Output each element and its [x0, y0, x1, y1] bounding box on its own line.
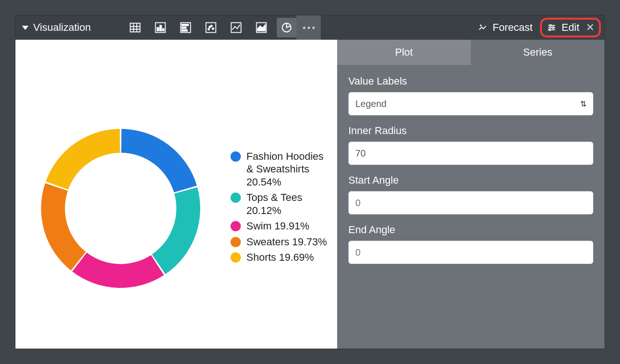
- value-labels-label: Value Labels: [348, 75, 593, 87]
- caret-down-icon: [22, 26, 29, 30]
- svg-rect-8: [163, 29, 164, 31]
- chart-legend: Fashion Hoodies & Sweatshirts 20.54%Tops…: [231, 150, 329, 267]
- svg-rect-0: [130, 23, 140, 32]
- legend-swatch: [231, 237, 241, 247]
- legend-label: Swim 19.91%: [246, 220, 310, 233]
- svg-rect-10: [182, 24, 188, 26]
- donut-chart: [34, 122, 207, 295]
- value-labels-value: Legend: [355, 99, 387, 109]
- visualization-panel: Visualization: [15, 15, 605, 349]
- tab-series[interactable]: Series: [471, 40, 605, 65]
- area-chart-icon: [255, 21, 268, 34]
- legend-item[interactable]: Shorts 19.69%: [231, 251, 329, 264]
- svg-point-16: [212, 28, 214, 29]
- forecast-icon: [477, 22, 488, 33]
- updown-icon: ⇅: [580, 100, 586, 108]
- tab-plot-label: Plot: [395, 46, 413, 58]
- legend-item[interactable]: Swim 19.91%: [231, 220, 329, 233]
- donut-slice[interactable]: [152, 187, 200, 274]
- vis-type-area[interactable]: [252, 18, 271, 37]
- svg-rect-6: [157, 28, 159, 31]
- panel-title-group[interactable]: Visualization: [15, 21, 97, 34]
- forecast-label: Forecast: [492, 21, 533, 34]
- close-icon[interactable]: ✕: [586, 21, 594, 34]
- svg-marker-20: [258, 25, 265, 31]
- panel-title: Visualization: [33, 21, 91, 34]
- donut-slice[interactable]: [121, 128, 197, 192]
- end-angle-label: End Angle: [348, 224, 593, 236]
- legend-label: Tops & Tees 20.12%: [246, 191, 329, 217]
- svg-rect-11: [182, 27, 186, 29]
- edit-label: Edit: [562, 21, 579, 34]
- legend-item[interactable]: Fashion Hoodies & Sweatshirts 20.54%: [231, 150, 329, 189]
- legend-item[interactable]: Tops & Tees 20.12%: [231, 191, 329, 217]
- tab-series-label: Series: [523, 46, 552, 58]
- end-angle-input[interactable]: [348, 241, 593, 264]
- scatter-chart-icon: [204, 21, 217, 34]
- svg-point-15: [211, 25, 212, 27]
- donut-slice[interactable]: [41, 183, 86, 270]
- legend-swatch: [231, 252, 241, 263]
- start-angle-input[interactable]: [348, 191, 593, 214]
- svg-point-17: [209, 26, 210, 28]
- tune-icon: [547, 22, 557, 33]
- svg-point-14: [208, 29, 209, 30]
- vis-type-line[interactable]: [226, 18, 246, 37]
- donut-slice[interactable]: [46, 128, 120, 189]
- inner-radius-input[interactable]: [348, 142, 593, 165]
- more-icon: [303, 27, 315, 29]
- svg-point-27: [549, 29, 551, 31]
- svg-rect-12: [182, 30, 187, 31]
- legend-swatch: [231, 193, 241, 203]
- vis-type-column[interactable]: [151, 18, 170, 37]
- svg-rect-7: [160, 25, 162, 31]
- legend-label: Sweaters 19.73%: [246, 236, 327, 249]
- legend-item[interactable]: Sweaters 19.73%: [231, 236, 329, 249]
- line-chart-icon: [230, 21, 243, 34]
- legend-swatch: [231, 221, 241, 231]
- legend-label: Fashion Hoodies & Sweatshirts 20.54%: [246, 150, 329, 189]
- bar-chart-icon: [179, 21, 192, 34]
- config-panel: Plot Series Value Labels Legend ⇅ Inner …: [337, 40, 605, 349]
- vis-type-bar[interactable]: [176, 18, 195, 37]
- svg-point-25: [552, 27, 554, 29]
- tab-plot[interactable]: Plot: [337, 40, 471, 65]
- vis-type-scatter[interactable]: [201, 18, 221, 37]
- legend-swatch: [231, 151, 241, 162]
- legend-label: Shorts 19.69%: [246, 251, 314, 264]
- toolbar: Visualization: [15, 15, 605, 40]
- edit-button[interactable]: Edit ✕: [540, 18, 601, 37]
- donut-slice[interactable]: [72, 252, 164, 288]
- pie-chart-icon: [280, 21, 293, 34]
- svg-rect-13: [206, 23, 216, 33]
- table-icon: [129, 21, 142, 34]
- value-labels-select[interactable]: Legend ⇅: [348, 92, 593, 115]
- start-angle-field[interactable]: [355, 198, 586, 208]
- vis-type-table[interactable]: [125, 18, 145, 37]
- chart-area: Fashion Hoodies & Sweatshirts 20.54%Tops…: [15, 40, 337, 349]
- inner-radius-label: Inner Radius: [348, 125, 593, 137]
- column-chart-icon: [154, 21, 167, 34]
- svg-point-23: [549, 25, 551, 27]
- inner-radius-field[interactable]: [355, 148, 586, 159]
- forecast-button[interactable]: Forecast: [470, 21, 540, 34]
- end-angle-field[interactable]: [355, 247, 586, 258]
- start-angle-label: Start Angle: [348, 174, 593, 186]
- vis-type-pie[interactable]: [277, 18, 296, 37]
- more-vis-types-button[interactable]: [296, 15, 321, 40]
